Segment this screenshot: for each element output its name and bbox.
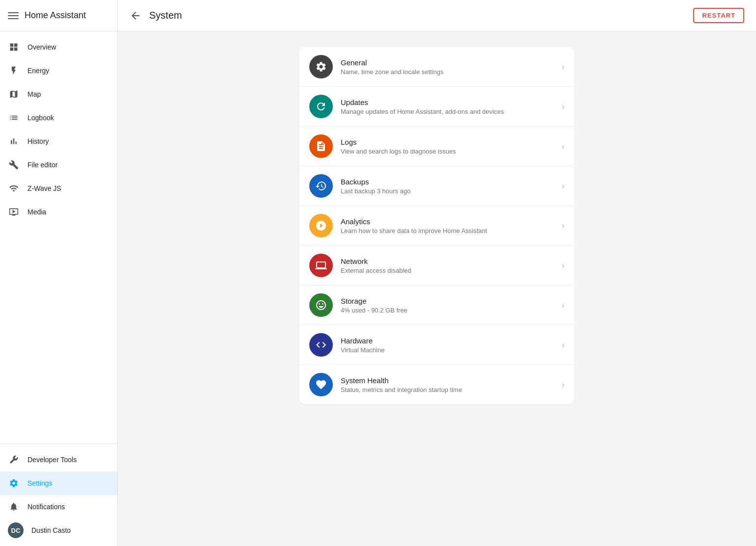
sidebar-item-notifications[interactable]: Notifications [0,495,117,519]
backups-title: Backups [341,178,558,186]
sidebar-item-label: Energy [27,67,49,75]
sidebar-item-logbook[interactable]: Logbook [0,106,117,130]
sidebar: Home Assistant Overview Energy Map Logbo… [0,0,118,546]
analytics-icon-wrap [309,214,333,237]
logs-icon-wrap [309,134,333,158]
storage-subtitle: 4% used - 90.2 GB free [341,307,558,314]
backups-text: Backups Last backup 3 hours ago [341,178,558,195]
list-icon [8,112,20,124]
sidebar-item-label: Logbook [27,114,54,122]
settings-item-updates[interactable]: Updates Manage updates of Home Assistant… [299,87,574,127]
backups-subtitle: Last backup 3 hours ago [341,187,558,195]
hardware-title: Hardware [341,337,558,345]
health-subtitle: Status, metrics and integration startup … [341,386,558,393]
updates-text: Updates Manage updates of Home Assistant… [341,98,558,115]
content-area: General Name, time zone and locale setti… [118,31,756,546]
storage-title: Storage [341,297,558,305]
sidebar-item-label: Notifications [27,503,65,511]
settings-item-network[interactable]: Network External access disabled › [299,246,574,286]
sidebar-item-developer-tools[interactable]: Developer Tools [0,448,117,471]
sidebar-item-label: File editor [27,161,57,169]
back-button[interactable] [130,10,141,22]
sidebar-item-user[interactable]: DC Dustin Casto [0,519,117,542]
sidebar-nav: Overview Energy Map Logbook History [0,31,117,443]
avatar: DC [8,522,24,538]
network-title: Network [341,257,558,265]
chevron-right-icon: › [562,102,565,112]
general-title: General [341,58,558,67]
chevron-right-icon: › [562,380,565,390]
health-title: System Health [341,376,558,385]
chevron-right-icon: › [562,300,565,311]
chevron-right-icon: › [562,181,565,191]
bell-icon [8,501,20,513]
sidebar-item-energy[interactable]: Energy [0,59,117,82]
sidebar-item-overview[interactable]: Overview [0,35,117,59]
user-name: Dustin Casto [31,526,71,534]
settings-item-general[interactable]: General Name, time zone and locale setti… [299,47,574,87]
analytics-text: Analytics Learn how to share data to imp… [341,217,558,234]
general-text: General Name, time zone and locale setti… [341,58,558,76]
sidebar-item-settings[interactable]: Settings [0,471,117,495]
tool-icon [8,454,20,466]
sidebar-header: Home Assistant [0,0,117,31]
sidebar-item-media[interactable]: Media [0,200,117,224]
sidebar-bottom: Developer Tools Settings Notifications D… [0,443,117,546]
grid-icon [8,41,20,53]
chevron-right-icon: › [562,340,565,350]
settings-item-logs[interactable]: Logs View and search logs to diagnose is… [299,127,574,166]
topbar-left: System [130,10,182,22]
settings-item-analytics[interactable]: Analytics Learn how to share data to imp… [299,206,574,246]
page-title: System [149,10,182,21]
updates-icon-wrap [309,95,333,118]
bolt-icon [8,65,20,77]
network-subtitle: External access disabled [341,267,558,274]
sidebar-item-label: History [27,137,49,145]
hamburger-icon[interactable] [8,12,19,19]
updates-title: Updates [341,98,558,106]
sidebar-item-map[interactable]: Map [0,82,117,106]
chevron-right-icon: › [562,260,565,271]
logs-title: Logs [341,138,558,146]
gear-icon [8,477,20,489]
wrench-icon [8,159,20,171]
logs-text: Logs View and search logs to diagnose is… [341,138,558,155]
sidebar-item-history[interactable]: History [0,130,117,153]
storage-icon-wrap [309,293,333,317]
main-content: System RESTART General Name, time zone a… [118,0,756,546]
sidebar-item-file-editor[interactable]: File editor [0,153,117,177]
bar-chart-icon [8,135,20,147]
chevron-right-icon: › [562,141,565,152]
sidebar-item-label: Overview [27,43,56,51]
play-icon [8,206,20,218]
analytics-subtitle: Learn how to share data to improve Home … [341,227,558,234]
sidebar-item-label: Developer Tools [27,456,77,464]
chevron-right-icon: › [562,221,565,231]
topbar: System RESTART [118,0,756,31]
settings-card: General Name, time zone and locale setti… [299,47,574,404]
sidebar-item-zwave[interactable]: Z-Wave JS [0,177,117,200]
hardware-text: Hardware Virtual Machine [341,337,558,354]
general-icon-wrap [309,55,333,78]
signal-icon [8,182,20,194]
logs-subtitle: View and search logs to diagnose issues [341,148,558,155]
settings-item-system-health[interactable]: System Health Status, metrics and integr… [299,365,574,404]
health-text: System Health Status, metrics and integr… [341,376,558,393]
hardware-icon-wrap [309,333,333,357]
analytics-title: Analytics [341,217,558,226]
restart-button[interactable]: RESTART [693,8,744,23]
backups-icon-wrap [309,174,333,198]
settings-item-backups[interactable]: Backups Last backup 3 hours ago › [299,166,574,206]
hardware-subtitle: Virtual Machine [341,346,558,354]
map-icon [8,88,20,100]
sidebar-item-label: Media [27,208,46,216]
health-icon-wrap [309,373,333,396]
settings-item-hardware[interactable]: Hardware Virtual Machine › [299,325,574,365]
network-text: Network External access disabled [341,257,558,274]
chevron-right-icon: › [562,62,565,72]
network-icon-wrap [309,254,333,277]
settings-item-storage[interactable]: Storage 4% used - 90.2 GB free › [299,286,574,325]
sidebar-item-label: Settings [27,479,53,487]
general-subtitle: Name, time zone and locale settings [341,68,558,76]
storage-text: Storage 4% used - 90.2 GB free [341,297,558,314]
